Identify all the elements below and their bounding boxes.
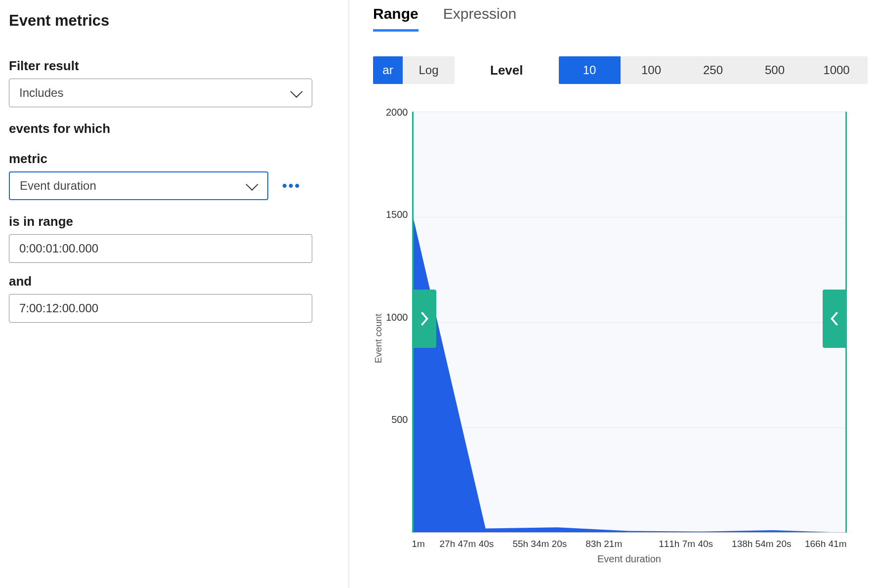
filter-result-label: Filter result: [9, 58, 312, 74]
app-root: Event metrics Filter result Includes eve…: [0, 0, 878, 588]
range-to-field: 7:00:12:00.000: [9, 294, 312, 323]
level-option-250[interactable]: 250: [682, 56, 744, 84]
tab-expression[interactable]: Expression: [443, 4, 516, 32]
metric-select[interactable]: Event duration: [9, 171, 268, 200]
xtick: 138h 54m 20s: [732, 539, 805, 549]
chart-plot-area[interactable]: [412, 112, 847, 533]
level-label: Level: [490, 63, 523, 78]
metric-label: metric: [9, 151, 312, 167]
chart-x-label: Event duration: [412, 553, 847, 565]
filter-result-select[interactable]: Includes: [9, 79, 312, 107]
range-from-label: is in range: [9, 214, 312, 229]
chart-area-fill: [414, 112, 845, 533]
ytick: 2000: [386, 107, 408, 118]
range-from-field: is in range 0:00:01:00.000: [9, 214, 312, 263]
scale-log-option[interactable]: Log: [403, 56, 455, 84]
xtick: 166h 41m: [805, 539, 847, 549]
metric-more-icon[interactable]: •••: [282, 179, 301, 193]
ytick: 1000: [386, 312, 408, 323]
range-from-input[interactable]: 0:00:01:00.000: [9, 234, 312, 263]
filter-result-field: Filter result Includes: [9, 58, 312, 107]
events-for-which-label: events for which: [9, 121, 336, 136]
xtick: 111h 7m 40s: [659, 539, 732, 549]
chevron-left-icon: [829, 310, 840, 327]
level-option-500[interactable]: 500: [744, 56, 806, 84]
chart-x-ticks: 1m 27h 47m 40s 55h 34m 20s 83h 21m 111h …: [412, 539, 847, 549]
xtick: 1m: [412, 539, 440, 549]
range-and-label: and: [9, 274, 336, 289]
ytick: 1500: [386, 209, 408, 220]
metric-value: Event duration: [20, 179, 96, 193]
metric-field: metric Event duration •••: [9, 151, 312, 200]
mode-tabs: Range Expression: [373, 4, 878, 32]
ytick: 500: [391, 414, 408, 425]
level-segment: 10 100 250 500 1000: [559, 56, 868, 84]
range-handle-left[interactable]: [413, 290, 436, 348]
level-option-10[interactable]: 10: [559, 56, 621, 84]
chart-panel: Range Expression ar Log Level 10 100 250…: [349, 0, 878, 588]
chart-y-ticks: 2000 1500 1000 500 0: [386, 107, 412, 528]
xtick: 55h 34m 20s: [512, 539, 585, 549]
range-from-value: 0:00:01:00.000: [19, 242, 98, 255]
range-to-value: 7:00:12:00.000: [19, 301, 98, 315]
chart-y-label: Event count: [373, 112, 384, 565]
filter-result-value: Includes: [19, 86, 63, 100]
chevron-right-icon: [419, 310, 430, 327]
chart: Event count 2000 1500 1000 500 0: [373, 112, 878, 565]
xtick: 83h 21m: [585, 539, 659, 549]
scale-linear-option[interactable]: ar: [373, 56, 403, 84]
range-to-input[interactable]: 7:00:12:00.000: [9, 294, 312, 323]
chart-controls: ar Log Level 10 100 250 500 1000: [373, 56, 878, 84]
tab-range[interactable]: Range: [373, 4, 418, 32]
scale-segment: ar Log: [373, 56, 455, 84]
range-handle-right[interactable]: [823, 290, 846, 348]
panel-title: Event metrics: [9, 12, 336, 30]
level-option-100[interactable]: 100: [621, 56, 682, 84]
filter-panel: Event metrics Filter result Includes eve…: [0, 0, 349, 588]
xtick: 27h 47m 40s: [440, 539, 513, 549]
level-option-1000[interactable]: 1000: [806, 56, 868, 84]
